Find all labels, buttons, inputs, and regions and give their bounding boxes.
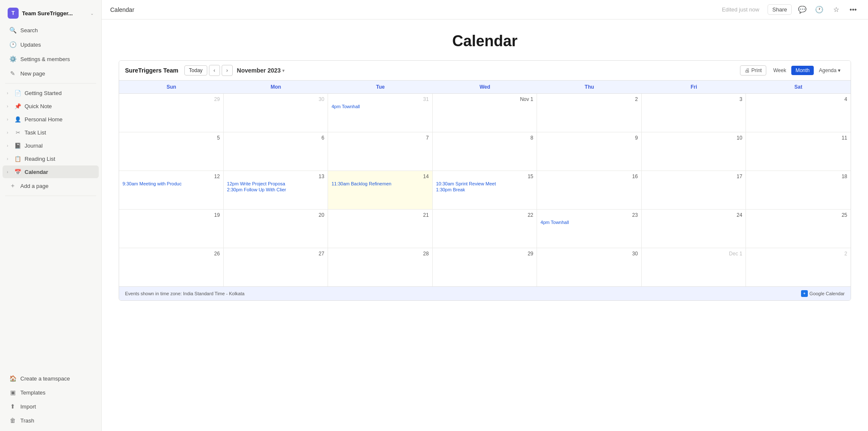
cell-date-3-5: 24 bbox=[645, 212, 743, 218]
search-action[interactable]: 🔍 Search bbox=[3, 23, 99, 37]
import-action[interactable]: ⬆ Import bbox=[3, 400, 99, 413]
cell-date-2-0: 12 bbox=[122, 174, 220, 179]
calendar-cell-0-2[interactable]: 314pm Townhall bbox=[328, 94, 433, 132]
month-label-text: November 2023 bbox=[237, 67, 281, 74]
google-calendar-badge[interactable]: + Google Calendar bbox=[801, 290, 845, 297]
month-view-button[interactable]: Month bbox=[791, 66, 814, 75]
calendar-cell-3-2[interactable]: 21 bbox=[328, 210, 433, 248]
calendar-cell-4-0[interactable]: 26 bbox=[119, 248, 224, 286]
calendar-cell-4-5[interactable]: Dec 1 bbox=[642, 248, 746, 286]
settings-label: Settings & members bbox=[20, 56, 70, 62]
nav-icon-task-list: ✂ bbox=[14, 128, 22, 137]
cell-event-2-0-0[interactable]: 9:30am Meeting with Produc bbox=[122, 181, 220, 186]
cell-date-3-0: 19 bbox=[122, 212, 220, 218]
week-view-button[interactable]: Week bbox=[769, 66, 790, 75]
cell-date-4-5: Dec 1 bbox=[645, 251, 743, 257]
calendar-cell-1-1[interactable]: 6 bbox=[224, 132, 328, 171]
calendar-cell-3-1[interactable]: 20 bbox=[224, 210, 328, 248]
calendar-cell-0-0[interactable]: 29 bbox=[119, 94, 224, 132]
comment-icon-btn[interactable]: 💬 bbox=[796, 3, 809, 16]
calendar-cell-2-1[interactable]: 1312pm Write Project Proposa2:30pm Follo… bbox=[224, 171, 328, 209]
cell-date-2-6: 18 bbox=[749, 174, 847, 179]
cell-event-2-3-0[interactable]: 10:30am Sprint Review Meet bbox=[436, 181, 534, 186]
calendar-cell-4-6[interactable]: 2 bbox=[746, 248, 851, 286]
sidebar-item-getting-started[interactable]: › 📄 Getting Started bbox=[3, 87, 99, 99]
calendar-cell-4-4[interactable]: 30 bbox=[537, 248, 642, 286]
calendar-grid: SunMonTueWedThuFriSat 2930314pm Townhall… bbox=[119, 81, 851, 286]
more-icon-btn[interactable]: ••• bbox=[847, 3, 860, 16]
sidebar-item-personal-home[interactable]: › 👤 Personal Home bbox=[3, 113, 99, 126]
calendar-cell-1-5[interactable]: 10 bbox=[642, 132, 746, 171]
calendar-cell-2-4[interactable]: 16 bbox=[537, 171, 642, 209]
prev-month-button[interactable]: ‹ bbox=[209, 65, 220, 76]
nav-label-journal: Journal bbox=[25, 143, 95, 149]
calendar-cell-2-6[interactable]: 18 bbox=[746, 171, 851, 209]
calendar-cell-3-4[interactable]: 234pm Townhall bbox=[537, 210, 642, 248]
search-icon: 🔍 bbox=[8, 26, 17, 34]
templates-action[interactable]: ▣ Templates bbox=[3, 386, 99, 399]
cell-event-2-1-1[interactable]: 2:30pm Follow Up With Clier bbox=[227, 187, 325, 192]
month-dropdown-icon[interactable]: ▾ bbox=[282, 68, 284, 73]
calendar-cell-4-3[interactable]: 29 bbox=[433, 248, 537, 286]
updates-action[interactable]: 🕐 Updates bbox=[3, 38, 99, 51]
trash-action[interactable]: 🗑 Trash bbox=[3, 414, 99, 427]
calendar-cell-2-3[interactable]: 1510:30am Sprint Review Meet1:30pm Break bbox=[433, 171, 537, 209]
agenda-view-button[interactable]: Agenda ▾ bbox=[815, 66, 845, 75]
today-button[interactable]: Today bbox=[184, 65, 207, 76]
calendar-cell-1-3[interactable]: 8 bbox=[433, 132, 537, 171]
cell-event-0-2-0[interactable]: 4pm Townhall bbox=[331, 104, 429, 109]
nav-icon-quick-note: 📌 bbox=[14, 102, 22, 110]
calendar-cell-2-2[interactable]: 1411:30am Backlog Refinemen bbox=[328, 171, 433, 209]
calendar-cell-3-3[interactable]: 22 bbox=[433, 210, 537, 248]
cell-event-3-4-0[interactable]: 4pm Townhall bbox=[540, 220, 638, 225]
cell-date-0-3: Nov 1 bbox=[436, 96, 534, 102]
calendar-cell-1-0[interactable]: 5 bbox=[119, 132, 224, 171]
nav-arrow-getting-started: › bbox=[7, 91, 14, 95]
cell-date-2-4: 16 bbox=[540, 174, 638, 179]
cell-date-3-6: 25 bbox=[749, 212, 847, 218]
calendar-cell-0-5[interactable]: 3 bbox=[642, 94, 746, 132]
calendar-cell-0-3[interactable]: Nov 1 bbox=[433, 94, 537, 132]
calendar-cell-0-4[interactable]: 2 bbox=[537, 94, 642, 132]
calendar-cell-4-1[interactable]: 27 bbox=[224, 248, 328, 286]
cell-date-2-1: 13 bbox=[227, 174, 325, 179]
month-label: November 2023 ▾ bbox=[237, 67, 285, 74]
sidebar-item-quick-note[interactable]: › 📌 Quick Note bbox=[3, 100, 99, 112]
nav-icon-getting-started: 📄 bbox=[14, 89, 22, 97]
workspace-switcher[interactable]: T Team SureTrigger... ⌄ bbox=[3, 4, 99, 22]
calendar-footer: Events shown in time zone: India Standar… bbox=[119, 286, 851, 300]
add-page-action[interactable]: ＋ Add a page bbox=[3, 179, 99, 193]
sidebar-item-reading-list[interactable]: › 📋 Reading List bbox=[3, 152, 99, 165]
cell-event-2-2-0[interactable]: 11:30am Backlog Refinemen bbox=[331, 181, 429, 186]
sidebar-item-calendar[interactable]: › 📅 Calendar bbox=[3, 165, 99, 178]
calendar-cell-1-6[interactable]: 11 bbox=[746, 132, 851, 171]
calendar-cell-1-4[interactable]: 9 bbox=[537, 132, 642, 171]
nav-icon-calendar: 📅 bbox=[14, 168, 22, 176]
settings-action[interactable]: ⚙️ Settings & members bbox=[3, 52, 99, 66]
page-content: Calendar SureTriggers Team Today ‹ › Nov… bbox=[102, 20, 868, 431]
calendar-cell-3-0[interactable]: 19 bbox=[119, 210, 224, 248]
calendar-cell-1-2[interactable]: 7 bbox=[328, 132, 433, 171]
favorite-icon-btn[interactable]: ☆ bbox=[830, 3, 843, 16]
share-button[interactable]: Share bbox=[768, 4, 792, 15]
sidebar-item-journal[interactable]: › 📓 Journal bbox=[3, 139, 99, 152]
calendar-header: SureTriggers Team Today ‹ › November 202… bbox=[119, 61, 851, 81]
new-page-action[interactable]: ✎ New page bbox=[3, 67, 99, 80]
cell-event-2-3-1[interactable]: 1:30pm Break bbox=[436, 187, 534, 192]
next-month-button[interactable]: › bbox=[222, 65, 233, 76]
calendar-cell-2-0[interactable]: 129:30am Meeting with Produc bbox=[119, 171, 224, 209]
nav-label-reading-list: Reading List bbox=[25, 156, 95, 162]
calendar-cell-0-1[interactable]: 30 bbox=[224, 94, 328, 132]
print-button[interactable]: 🖨 Print bbox=[740, 65, 767, 76]
cell-event-2-1-0[interactable]: 12pm Write Project Proposa bbox=[227, 181, 325, 186]
calendar-cell-2-5[interactable]: 17 bbox=[642, 171, 746, 209]
calendar-cell-0-6[interactable]: 4 bbox=[746, 94, 851, 132]
cell-date-1-6: 11 bbox=[749, 135, 847, 141]
history-icon-btn[interactable]: 🕐 bbox=[813, 3, 826, 16]
calendar-cell-3-6[interactable]: 25 bbox=[746, 210, 851, 248]
sidebar-item-task-list[interactable]: › ✂ Task List bbox=[3, 126, 99, 139]
create-teamspace-action[interactable]: 🏠 Create a teamspace bbox=[3, 372, 99, 385]
calendar-cell-4-2[interactable]: 28 bbox=[328, 248, 433, 286]
import-icon: ⬆ bbox=[8, 402, 17, 411]
calendar-cell-3-5[interactable]: 24 bbox=[642, 210, 746, 248]
